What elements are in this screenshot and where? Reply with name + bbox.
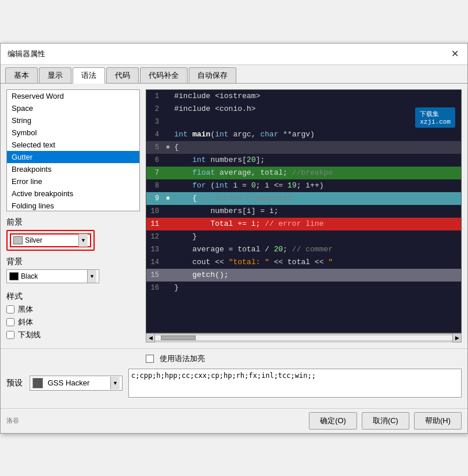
italic-row: 斜体 [6, 317, 140, 327]
style-label: 样式 [6, 291, 140, 302]
list-item-active-breakpoints[interactable]: Active breakpoints [7, 187, 139, 200]
line-content-1: #include <iostream> [172, 92, 461, 100]
line-num-15: 15 [146, 271, 164, 279]
syntax-highlight-checkbox[interactable] [146, 355, 154, 363]
list-item-breakpoints[interactable]: Breakpoints [7, 163, 139, 175]
close-button[interactable]: ✕ [449, 48, 460, 60]
left-panel: Reserved Word Space String Symbol Select… [6, 89, 140, 342]
cancel-button[interactable]: 取消(C) [362, 412, 409, 430]
scroll-track[interactable] [155, 336, 452, 340]
line-content-10: numbers[i] = i; [172, 207, 461, 215]
line-marker-1 [164, 92, 172, 100]
preset-dropdown[interactable]: GSS Hacker ▼ [30, 376, 123, 391]
help-button[interactable]: 帮助(H) [414, 412, 462, 430]
list-item-gutter[interactable]: Gutter [7, 151, 139, 163]
code-line-7: 7 float average, total; //breakpo [146, 167, 461, 179]
line-num-5: 5 [146, 143, 164, 152]
foreground-swatch [13, 236, 23, 244]
bold-row: 黑体 [6, 304, 140, 315]
italic-checkbox[interactable] [6, 318, 15, 326]
tab-syntax[interactable]: 语法 [73, 67, 105, 84]
line-marker-7 [164, 169, 172, 177]
bottom-area: 使用语法加亮 预设 GSS Hacker ▼ c;cpp;h;hpp;cc;cx… [1, 348, 467, 408]
scroll-left-button[interactable]: ◀ [146, 333, 155, 342]
preset-label: 预设 [6, 378, 24, 388]
code-line-8: 8 for (int i = 0; i <= 19; i++) [146, 179, 461, 192]
syntax-highlight-label: 使用语法加亮 [160, 354, 205, 364]
foreground-section: 前景 Silver ▼ [6, 217, 140, 251]
underline-label: 下划线 [18, 330, 41, 340]
horizontal-scrollbar[interactable]: ◀ ▶ [146, 333, 462, 342]
list-item-string[interactable]: String [7, 114, 139, 127]
code-line-3: 3 [146, 116, 461, 128]
background-dropdown-arrow[interactable]: ▼ [87, 270, 96, 283]
code-line-2: 2 #include <conio.h> [146, 103, 461, 116]
editor-properties-dialog: 编辑器属性 ✕ 基本 显示 语法 代码 代码补全 自动保存 Reserved W… [0, 43, 468, 434]
foreground-outline: Silver ▼ [6, 230, 95, 251]
code-line-11: 11 Total += i; // error line [146, 218, 461, 230]
line-num-16: 16 [146, 284, 164, 292]
tab-code[interactable]: 代码 [106, 67, 139, 83]
code-line-5: 5 ■ { [146, 141, 461, 154]
tab-autosave[interactable]: 自动保存 [189, 67, 236, 83]
dialog-title: 编辑器属性 [8, 49, 45, 59]
extension-input[interactable]: c;cpp;h;hpp;cc;cxx;cp;hp;rh;fx;inl;tcc;w… [128, 369, 462, 398]
tab-autocomplete[interactable]: 代码补全 [140, 67, 188, 83]
code-line-14: 14 cout << "total: " << total << " [146, 256, 461, 269]
line-content-14: cout << "total: " << total << " [172, 258, 461, 266]
background-label: 背景 [6, 257, 140, 267]
line-content-12: } [172, 232, 461, 241]
syntax-list[interactable]: Reserved Word Space String Symbol Select… [6, 89, 140, 211]
code-line-9: 9 ■ { // active breakpoint [146, 192, 461, 205]
line-marker-14 [164, 258, 172, 266]
line-num-6: 6 [146, 156, 164, 164]
list-item-selected-text[interactable]: Selected text [7, 139, 139, 151]
code-line-1: 1 #include <iostream> [146, 90, 461, 103]
preset-value: GSS Hacker [45, 378, 110, 387]
scroll-right-button[interactable]: ▶ [452, 333, 462, 342]
list-item-space[interactable]: Space [7, 102, 139, 114]
tab-basic[interactable]: 基本 [5, 67, 38, 83]
line-content-13: average = total / 20; // commer [172, 245, 461, 254]
line-marker-9: ■ [164, 194, 172, 203]
line-marker-15 [164, 271, 172, 279]
list-item-error-line[interactable]: Error line [7, 175, 139, 187]
code-line-13: 13 average = total / 20; // commer [146, 243, 461, 256]
line-marker-13 [164, 246, 172, 254]
preset-icon [33, 378, 43, 388]
tab-bar: 基本 显示 语法 代码 代码补全 自动保存 [1, 65, 467, 84]
preset-dropdown-arrow[interactable]: ▼ [110, 377, 120, 390]
ok-button[interactable]: 确定(O) [309, 412, 357, 430]
list-item-symbol[interactable]: Symbol [7, 127, 139, 139]
line-num-9: 9 [146, 194, 164, 203]
line-num-14: 14 [146, 258, 164, 266]
foreground-dropdown[interactable]: Silver ▼ [10, 233, 91, 247]
foreground-dropdown-arrow[interactable]: ▼ [78, 234, 88, 247]
line-num-4: 4 [146, 131, 164, 139]
background-swatch [9, 272, 19, 280]
tab-display[interactable]: 显示 [39, 67, 71, 83]
scroll-thumb[interactable] [161, 336, 196, 340]
line-marker-8 [164, 182, 172, 190]
list-item-reserved-word[interactable]: Reserved Word [7, 90, 139, 102]
code-line-10: 10 numbers[i] = i; [146, 205, 461, 218]
line-content-6: int numbers[20]; [172, 156, 461, 164]
line-marker-12 [164, 233, 172, 241]
underline-checkbox[interactable] [6, 331, 15, 339]
line-marker-4 [164, 131, 172, 139]
line-marker-16 [164, 284, 172, 292]
line-marker-5: ■ [164, 143, 172, 152]
line-num-7: 7 [146, 169, 164, 177]
bold-checkbox[interactable] [6, 305, 15, 313]
code-line-16: 16 } [146, 282, 461, 294]
background-color-label: Black [19, 272, 87, 280]
foreground-label: 前景 [6, 217, 140, 228]
code-line-15: 15 getch(); [146, 269, 461, 282]
line-num-13: 13 [146, 246, 164, 254]
background-dropdown[interactable]: Black ▼ [6, 269, 99, 283]
line-content-9: { // active breakpoint [172, 194, 461, 203]
content-area: Reserved Word Space String Symbol Select… [1, 84, 467, 348]
line-content-8: for (int i = 0; i <= 19; i++) [172, 181, 461, 190]
list-item-folding-lines[interactable]: Folding lines [7, 200, 139, 211]
title-bar: 编辑器属性 ✕ [1, 44, 467, 65]
